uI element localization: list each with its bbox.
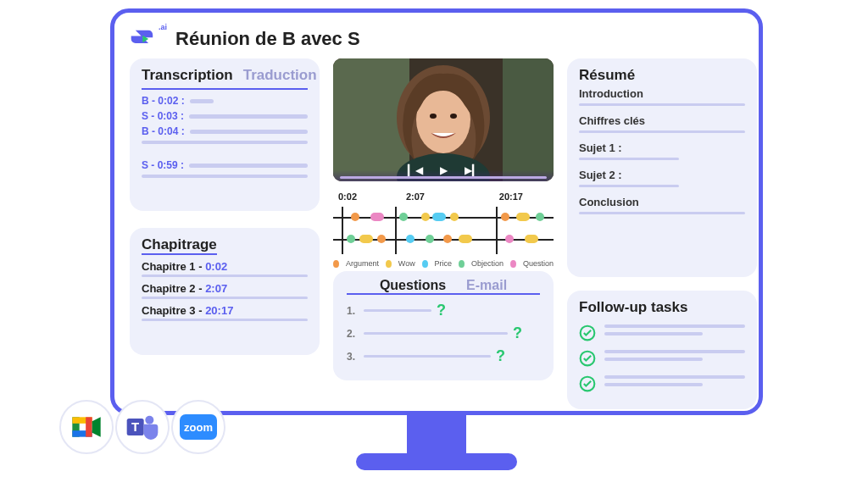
google-meet-icon[interactable] bbox=[59, 400, 114, 454]
timeline-marker: 0:02 bbox=[338, 191, 357, 202]
question-row: 1.? bbox=[347, 302, 540, 319]
play-icon[interactable]: ▶ bbox=[440, 164, 448, 176]
transcription-card: Transcription Traduction B - 0:02 : S - … bbox=[130, 58, 320, 211]
svg-text:T: T bbox=[131, 419, 139, 434]
resume-title: Résumé bbox=[579, 67, 635, 84]
question-mark-icon: ? bbox=[513, 324, 522, 342]
transcription-tabs: Transcription Traduction bbox=[142, 67, 308, 90]
check-circle-icon bbox=[579, 324, 596, 341]
tab-traduction[interactable]: Traduction bbox=[243, 67, 317, 88]
chapters-card: Chapitrage Chapitre 1 - 0:02 Chapitre 2 … bbox=[130, 228, 320, 355]
prev-icon[interactable]: ▎◀ bbox=[408, 164, 423, 176]
questions-card: Questions E-mail 1.? 2.? 3.? bbox=[333, 271, 554, 380]
resume-section: Conclusion bbox=[579, 196, 745, 208]
timeline: 0:02 2:07 20:17 bbox=[333, 191, 554, 264]
svg-rect-16 bbox=[86, 417, 92, 436]
video-controls: ▎◀ ▶ ▶▎ bbox=[408, 164, 480, 176]
transcript-line: S - 0:03 : bbox=[142, 110, 308, 122]
logo-icon bbox=[130, 25, 159, 53]
chapter-row[interactable]: Chapitre 3 - 20:17 bbox=[142, 304, 308, 317]
resume-section: Introduction bbox=[579, 87, 745, 100]
check-circle-icon bbox=[579, 350, 596, 367]
question-row: 2.? bbox=[347, 324, 540, 342]
zoom-icon[interactable]: zoom bbox=[171, 400, 225, 454]
page-title: Réunion de B avec S bbox=[175, 28, 360, 50]
app-window: .ai Réunion de B avec S Transcription Tr… bbox=[110, 8, 763, 415]
video-player[interactable]: ▎◀ ▶ ▶▎ bbox=[333, 58, 554, 181]
svg-point-8 bbox=[450, 114, 457, 119]
app-logo: .ai bbox=[130, 25, 167, 53]
chapters-title: Chapitrage bbox=[142, 236, 217, 255]
question-mark-icon: ? bbox=[437, 302, 446, 319]
next-icon[interactable]: ▶▎ bbox=[465, 164, 480, 176]
resume-card: Résumé Introduction Chiffres clés Sujet … bbox=[567, 58, 757, 277]
teams-icon[interactable]: T bbox=[115, 400, 170, 454]
timeline-legend: Argument Wow Price Objection Question bbox=[333, 259, 554, 268]
resume-section: Sujet 1 : bbox=[579, 141, 745, 154]
tab-email[interactable]: E-mail bbox=[466, 278, 507, 293]
monitor-stand bbox=[407, 415, 466, 453]
svg-point-7 bbox=[430, 114, 437, 119]
question-row: 3.? bbox=[347, 347, 540, 365]
followup-task bbox=[579, 350, 745, 367]
resume-section: Chiffres clés bbox=[579, 114, 745, 127]
header: .ai Réunion de B avec S bbox=[130, 25, 743, 53]
chapter-row[interactable]: Chapitre 2 - 2:07 bbox=[142, 282, 308, 295]
chapter-row[interactable]: Chapitre 1 - 0:02 bbox=[142, 260, 308, 273]
tab-questions[interactable]: Questions bbox=[380, 278, 446, 293]
transcript-line: B - 0:02 : bbox=[142, 95, 308, 107]
check-circle-icon bbox=[579, 375, 596, 392]
transcript-line: S - 0:59 : bbox=[142, 159, 308, 171]
zoom-badge: zoom bbox=[180, 414, 217, 440]
svg-marker-17 bbox=[92, 417, 101, 436]
svg-point-20 bbox=[145, 416, 153, 424]
resume-section: Sujet 2 : bbox=[579, 169, 745, 181]
question-mark-icon: ? bbox=[496, 347, 505, 365]
followup-task bbox=[579, 375, 745, 392]
monitor-base bbox=[356, 453, 517, 470]
timeline-marker: 20:17 bbox=[499, 191, 523, 202]
timeline-marker: 2:07 bbox=[406, 191, 425, 202]
timeline-tracks[interactable] bbox=[333, 207, 554, 254]
transcript-line: B - 0:04 : bbox=[142, 125, 308, 137]
followup-card: Follow-up tasks bbox=[567, 291, 757, 409]
tab-transcription[interactable]: Transcription bbox=[142, 67, 233, 88]
logo-ai-text: .ai bbox=[159, 23, 167, 31]
integrations: T zoom bbox=[59, 400, 225, 454]
followup-title: Follow-up tasks bbox=[579, 299, 687, 316]
followup-task bbox=[579, 324, 745, 341]
